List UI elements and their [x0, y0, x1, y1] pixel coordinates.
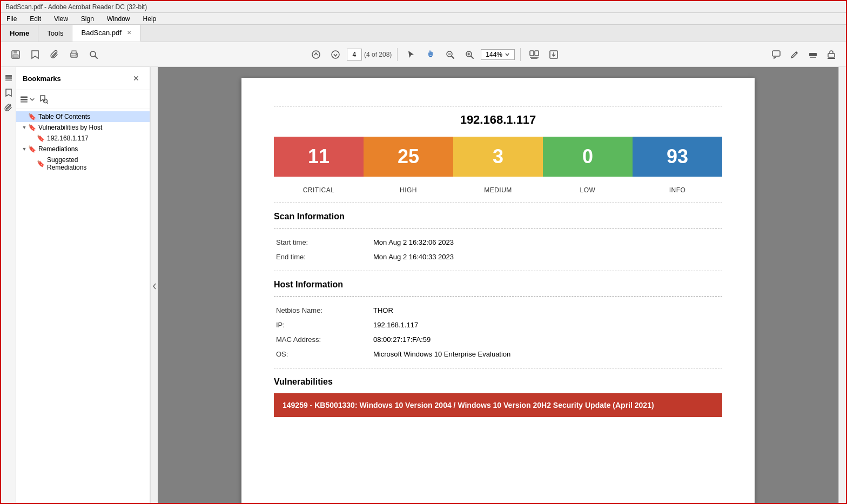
svg-rect-30 — [5, 75, 12, 77]
attach-button[interactable] — [46, 46, 63, 63]
sidebar-title: Bookmarks — [23, 75, 61, 83]
scan-end-label: End time: — [274, 250, 371, 264]
sidebar-item-suggested[interactable]: 🔖 Suggested Remediations — [16, 154, 150, 173]
menu-edit[interactable]: Edit — [26, 14, 44, 24]
high-label-block: HIGH — [364, 181, 453, 196]
main-layout: Bookmarks ✕ 🔖 Table Of Contents ▼ 🔖 — [1, 67, 846, 504]
sidebar-list-view-button[interactable] — [21, 92, 35, 106]
ip-label: IP: — [274, 318, 371, 332]
menu-file[interactable]: File — [3, 14, 20, 24]
sidebar: Bookmarks ✕ 🔖 Table Of Contents ▼ 🔖 — [16, 67, 150, 504]
svg-rect-4 — [72, 51, 76, 53]
top-divider — [274, 106, 722, 106]
info-count: 93 — [667, 145, 688, 168]
bookmark-button[interactable] — [27, 46, 43, 63]
zoom-display[interactable]: 144% — [481, 49, 515, 60]
print-button[interactable] — [66, 46, 82, 63]
scan-info-underline — [274, 228, 722, 229]
organize-pages-button[interactable] — [526, 46, 542, 63]
comment-button[interactable] — [768, 46, 784, 63]
pdf-area[interactable]: 192.168.1.117 11 25 3 0 93 — [158, 67, 838, 504]
suggested-label: Suggested Remediations — [47, 156, 86, 171]
left-icon-bookmark[interactable] — [2, 86, 15, 99]
svg-line-17 — [471, 56, 473, 58]
tab-close-button[interactable]: ✕ — [127, 30, 131, 36]
menu-sign[interactable]: Sign — [78, 14, 97, 24]
svg-rect-19 — [535, 51, 539, 56]
page-number-input[interactable]: 4 — [347, 49, 362, 61]
zoom-in-button[interactable] — [461, 46, 478, 63]
sidebar-item-toc[interactable]: 🔖 Table Of Contents — [16, 111, 150, 122]
pdf-page: 192.168.1.117 11 25 3 0 93 — [241, 78, 755, 504]
tab-home-label: Home — [10, 29, 29, 37]
tab-file[interactable]: BadScan.pdf ✕ — [72, 25, 140, 42]
redact-button[interactable] — [805, 46, 821, 63]
menu-help[interactable]: Help — [140, 14, 160, 24]
host-info-table: Netbios Name: THOR IP: 192.168.1.117 MAC… — [274, 303, 722, 361]
svg-point-10 — [332, 51, 339, 58]
svg-line-13 — [452, 56, 454, 58]
netbios-label: Netbios Name: — [274, 303, 371, 318]
vuln-host-expand[interactable]: ▼ — [21, 124, 28, 131]
scan-end-row: End time: Mon Aug 2 16:40:33 2023 — [274, 250, 722, 264]
ip-label: 192.168.1.117 — [47, 135, 89, 142]
select-tool-button[interactable] — [403, 46, 419, 63]
sidebar-content: 🔖 Table Of Contents ▼ 🔖 Vulnerabilities … — [16, 109, 150, 504]
sidebar-item-ip[interactable]: 🔖 192.168.1.117 — [16, 133, 150, 144]
low-label-block: LOW — [543, 181, 633, 196]
vuln-divider — [274, 368, 722, 368]
tab-tools-label: Tools — [47, 29, 63, 37]
export-button[interactable] — [546, 46, 562, 63]
scan-info-divider — [274, 203, 722, 203]
scan-end-value: Mon Aug 2 16:40:33 2023 — [371, 250, 722, 264]
zoom-out-button[interactable] — [442, 46, 458, 63]
os-label: OS: — [274, 347, 371, 361]
high-block: 25 — [364, 137, 453, 177]
sidebar-collapse-handle[interactable] — [150, 67, 158, 504]
menu-view[interactable]: View — [51, 14, 71, 24]
host-info-divider — [274, 271, 722, 271]
search-button[interactable] — [85, 46, 102, 63]
vuln-host-label: Vulnerabilities by Host — [38, 124, 102, 131]
tab-home[interactable]: Home — [1, 25, 38, 42]
ip-row: IP: 192.168.1.117 — [274, 318, 722, 332]
host-info-heading: Host Information — [274, 280, 722, 290]
stamp-button[interactable] — [823, 46, 839, 63]
page-total: (4 of 208) — [364, 51, 392, 58]
info-label: INFO — [669, 186, 686, 194]
vuln-first-item: 149259 - KB5001330: Windows 10 Version 2… — [274, 393, 722, 417]
svg-rect-34 — [21, 99, 28, 100]
sidebar-search-bookmark-button[interactable] — [37, 92, 51, 106]
zoom-level: 144% — [486, 51, 502, 58]
right-scrollbar[interactable] — [838, 67, 846, 504]
scan-start-label: Start time: — [274, 235, 371, 250]
scroll-up-button[interactable] — [308, 46, 324, 63]
sidebar-close-button[interactable]: ✕ — [129, 71, 143, 85]
draw-button[interactable] — [786, 46, 803, 63]
tab-bar: Home Tools BadScan.pdf ✕ — [1, 25, 846, 42]
remediations-icon: 🔖 — [28, 145, 36, 153]
toolbar-right — [768, 46, 839, 63]
netbios-value: THOR — [371, 303, 722, 318]
sidebar-item-vuln-host[interactable]: ▼ 🔖 Vulnerabilities by Host — [16, 122, 150, 133]
page-info: 4 (4 of 208) — [347, 49, 392, 61]
left-icon-layers[interactable] — [2, 71, 15, 84]
suggested-icon: 🔖 — [37, 160, 45, 167]
critical-label-block: CRITICAL — [274, 181, 364, 196]
ip-expand — [29, 135, 37, 142]
menu-window[interactable]: Window — [104, 14, 133, 24]
remediations-expand[interactable]: ▼ — [21, 145, 28, 153]
toolbar: 4 (4 of 208) 144% — [1, 42, 846, 67]
toc-expand[interactable] — [21, 113, 28, 120]
scroll-down-button[interactable] — [327, 46, 344, 63]
tab-tools[interactable]: Tools — [38, 25, 72, 42]
toc-label: Table Of Contents — [38, 113, 90, 120]
svg-rect-32 — [5, 79, 12, 81]
severity-bar: 11 25 3 0 93 — [274, 137, 722, 177]
scan-info-table: Start time: Mon Aug 2 16:32:06 2023 End … — [274, 235, 722, 264]
sidebar-item-remediations[interactable]: ▼ 🔖 Remediations — [16, 144, 150, 154]
save-button[interactable] — [8, 46, 24, 63]
scan-start-row: Start time: Mon Aug 2 16:32:06 2023 — [274, 235, 722, 250]
left-icon-paperclip[interactable] — [2, 102, 15, 115]
hand-tool-button[interactable] — [422, 46, 439, 63]
